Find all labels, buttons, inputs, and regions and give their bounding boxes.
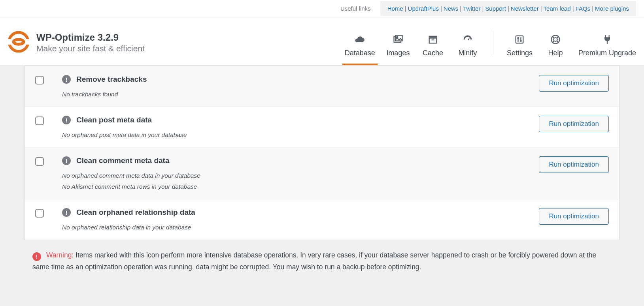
app-tagline: Make your site fast & efficient — [36, 44, 145, 53]
nav-label: Minify — [458, 49, 477, 57]
nav-images[interactable]: Images — [386, 20, 410, 65]
optimization-description: No orphaned comment meta data in your da… — [62, 172, 539, 179]
run-optimization-button[interactable]: Run optimization — [539, 156, 609, 173]
warning-icon: ! — [62, 116, 71, 124]
sliders-icon — [514, 34, 525, 45]
logo-icon — [8, 31, 29, 54]
useful-link-twitter[interactable]: Twitter — [463, 5, 480, 12]
useful-link-news[interactable]: News — [444, 5, 459, 12]
footer-warning: ! Warning: Items marked with this icon p… — [32, 250, 612, 273]
useful-links-container: Home|UpdraftPlus|News|Twitter|Support|Ne… — [380, 1, 636, 16]
useful-link-updraftplus[interactable]: UpdraftPlus — [408, 5, 439, 12]
link-separator: | — [540, 5, 542, 12]
warning-icon: ! — [62, 156, 71, 165]
nav-label: Images — [386, 49, 410, 57]
useful-link-faqs[interactable]: FAQs — [576, 5, 591, 12]
header: WP-Optimize 3.2.9 Make your site fast & … — [0, 17, 644, 66]
nav-label: Premium Upgrade — [578, 49, 636, 57]
optimization-title: Clean comment meta data — [76, 156, 169, 165]
images-icon — [393, 34, 404, 45]
link-separator: | — [508, 5, 509, 12]
link-separator: | — [482, 5, 483, 12]
useful-link-team-lead[interactable]: Team lead — [544, 5, 571, 12]
link-separator: | — [572, 5, 574, 12]
useful-link-newsletter[interactable]: Newsletter — [511, 5, 539, 12]
optimization-description: No trackbacks found — [62, 91, 539, 98]
link-separator: | — [460, 5, 461, 12]
nav-premium-upgrade[interactable]: Premium Upgrade — [578, 20, 636, 65]
nav-label: Database — [345, 49, 375, 57]
warning-label: Warning: — [46, 251, 74, 259]
svg-rect-10 — [516, 36, 523, 43]
optimization-description: No orphaned relationship data in your da… — [62, 224, 539, 231]
svg-point-14 — [520, 40, 522, 42]
optimization-main: !Clean comment meta dataNo orphaned comm… — [62, 156, 539, 190]
warning-icon: ! — [62, 208, 71, 217]
svg-point-16 — [553, 38, 557, 41]
optimization-main: !Clean post meta dataNo orphaned post me… — [62, 116, 539, 139]
run-optimization-button[interactable]: Run optimization — [539, 208, 609, 225]
app-title: WP-Optimize 3.2.9 — [36, 32, 145, 43]
nav-settings[interactable]: Settings — [507, 20, 533, 65]
plug-icon — [602, 34, 613, 45]
optimization-checkbox[interactable] — [35, 157, 44, 166]
optimization-row: !Clean comment meta dataNo orphaned comm… — [25, 147, 619, 199]
run-optimization-button[interactable]: Run optimization — [539, 116, 609, 132]
nav-label: Help — [548, 49, 563, 57]
archive-icon — [427, 34, 438, 45]
optimization-main: !Remove trackbacksNo trackbacks found — [62, 75, 539, 98]
nav-database[interactable]: Database — [345, 20, 375, 65]
nav-label: Cache — [423, 49, 443, 57]
useful-links-label: Useful links — [340, 5, 371, 12]
run-optimization-button[interactable]: Run optimization — [539, 75, 609, 92]
nav-help[interactable]: Help — [544, 20, 567, 65]
useful-link-home[interactable]: Home — [387, 5, 403, 12]
optimization-checkbox[interactable] — [35, 76, 44, 84]
optimization-description: No Akismet comment meta rows in your dat… — [62, 183, 539, 190]
top-bar: Useful links Home|UpdraftPlus|News|Twitt… — [0, 0, 644, 17]
svg-rect-7 — [429, 36, 437, 38]
cloud-icon — [354, 34, 365, 45]
useful-link-more-plugins[interactable]: More plugins — [595, 5, 629, 12]
optimization-title: Clean post meta data — [76, 116, 152, 124]
nav-divider — [493, 31, 493, 54]
link-separator: | — [405, 5, 406, 12]
brand: WP-Optimize 3.2.9 Make your site fast & … — [8, 31, 145, 54]
useful-link-support[interactable]: Support — [485, 5, 506, 12]
warning-text: Items marked with this icon perform more… — [32, 251, 596, 271]
svg-point-12 — [517, 37, 519, 39]
link-separator: | — [440, 5, 442, 12]
content: !Remove trackbacksNo trackbacks foundRun… — [0, 66, 644, 289]
optimizations-panel: !Remove trackbacksNo trackbacks foundRun… — [25, 66, 619, 240]
gauge-icon — [462, 34, 473, 45]
optimization-description: No orphaned post meta data in your datab… — [62, 131, 539, 139]
optimization-row: !Remove trackbacksNo trackbacks foundRun… — [25, 66, 619, 107]
warning-icon: ! — [32, 252, 41, 261]
svg-rect-9 — [431, 39, 434, 40]
optimization-checkbox[interactable] — [35, 116, 44, 125]
optimization-row: !Clean post meta dataNo orphaned post me… — [25, 107, 619, 147]
optimization-checkbox[interactable] — [35, 209, 44, 218]
optimization-title: Remove trackbacks — [76, 75, 147, 84]
life-ring-icon — [550, 34, 561, 45]
warning-icon: ! — [62, 75, 71, 84]
link-separator: | — [592, 5, 593, 12]
nav-minify[interactable]: Minify — [456, 20, 480, 65]
optimization-row: !Clean orphaned relationship dataNo orph… — [25, 199, 619, 240]
nav-label: Settings — [507, 49, 533, 57]
svg-rect-8 — [429, 38, 437, 43]
main-nav: DatabaseImagesCacheMinifySettingsHelpPre… — [345, 20, 636, 65]
optimization-main: !Clean orphaned relationship dataNo orph… — [62, 208, 539, 231]
optimization-title: Clean orphaned relationship data — [76, 208, 195, 217]
nav-cache[interactable]: Cache — [421, 20, 445, 65]
